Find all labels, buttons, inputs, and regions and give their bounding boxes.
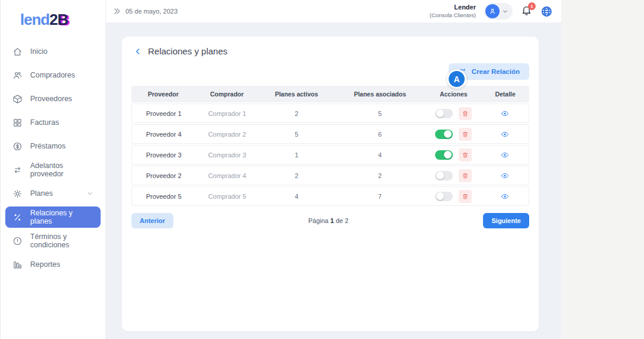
column-header-planes-asociados: Planes asociados: [334, 91, 426, 98]
sidebar-item-planes[interactable]: Planes: [5, 182, 101, 205]
user-menu[interactable]: [484, 3, 513, 20]
sidebar-item-label: Planes: [30, 189, 53, 198]
main-column: 05 de mayo, 2023 Lender (Consola Cliente…: [106, 0, 561, 339]
trash-icon: [462, 193, 469, 200]
delete-button[interactable]: [459, 107, 472, 120]
user-role: (Consola Clientes): [430, 12, 476, 19]
table-row: Proveedor 4 Comprador 2 5 6: [131, 124, 529, 144]
sidebar-item-facturas[interactable]: Facturas: [5, 111, 101, 134]
cell-planes-asociados: 5: [334, 110, 426, 117]
dollar-circle-icon: [12, 141, 22, 151]
user-group: Lender (Consola Clientes) 1: [430, 3, 553, 20]
back-button[interactable]: [134, 47, 142, 56]
sidebar-item-inicio[interactable]: Inicio: [5, 40, 101, 63]
delete-button[interactable]: [459, 169, 472, 182]
delete-button[interactable]: [459, 190, 472, 203]
active-toggle[interactable]: [435, 171, 453, 180]
logo: lendB2B: [1, 11, 105, 40]
relaciones-card: Relaciones y planes Crear Relación A Pro…: [122, 37, 539, 331]
active-toggle[interactable]: [435, 109, 453, 118]
chevrons-right-icon[interactable]: [113, 7, 121, 15]
sidebar-item-compradores[interactable]: Compradores: [5, 63, 101, 87]
table-row: Proveedor 2 Comprador 4 2 2: [131, 166, 529, 185]
chevron-left-icon: [134, 47, 142, 56]
sidebar-item-label: Reportes: [30, 260, 60, 269]
actions-row: Crear Relación: [131, 63, 529, 80]
topbar: 05 de mayo, 2023 Lender (Consola Cliente…: [106, 0, 561, 22]
delete-button[interactable]: [459, 148, 472, 162]
sidebar-item-label: Préstamos: [30, 142, 66, 150]
gear-icon: [12, 189, 22, 199]
toggle-knob: [436, 109, 444, 117]
user-name: Lender: [430, 4, 476, 12]
view-detail-button[interactable]: [501, 109, 509, 118]
info-circle-icon: [12, 236, 22, 246]
sidebar-item-reportes[interactable]: Reportes: [5, 253, 101, 276]
sidebar-item-label: Compradores: [30, 71, 75, 79]
cell-planes-asociados: 2: [334, 172, 426, 179]
notifications-button[interactable]: 1: [521, 5, 532, 18]
next-page-button[interactable]: Siguiente: [483, 213, 529, 228]
toggle-knob: [436, 192, 444, 200]
eye-icon: [501, 109, 509, 118]
toggle-knob: [444, 151, 452, 159]
active-toggle[interactable]: [435, 150, 453, 160]
globe-icon[interactable]: [540, 5, 553, 18]
chevron-down-icon: [86, 190, 94, 197]
sidebar-item-prestamos[interactable]: Préstamos: [5, 134, 101, 158]
notification-badge: 1: [528, 2, 536, 10]
cell-acciones: [426, 190, 481, 203]
cell-proveedor: Proveedor 3: [132, 151, 195, 159]
column-header-planes-activos: Planes activos: [259, 91, 334, 98]
view-detail-button[interactable]: [501, 130, 509, 138]
cell-detalle: [481, 192, 529, 201]
toggle-knob: [444, 130, 452, 138]
date-group: 05 de mayo, 2023: [113, 7, 178, 15]
table-row: Proveedor 5 Comprador 5 4 7: [131, 186, 529, 206]
cell-comprador: Comprador 1: [195, 110, 259, 117]
cell-proveedor: Proveedor 1: [132, 110, 195, 117]
trash-icon: [462, 151, 469, 159]
sidebar-item-proveedores[interactable]: Proveedores: [5, 87, 101, 111]
sidebar-item-adelantos-proveedor[interactable]: Adelantos proveedor: [5, 158, 101, 182]
cell-proveedor: Proveedor 4: [132, 131, 195, 138]
sidebar-nav: Inicio Compradores Proveedores Facturas …: [1, 40, 105, 276]
cell-detalle: [481, 109, 529, 118]
eye-icon: [501, 172, 509, 180]
current-date: 05 de mayo, 2023: [125, 8, 178, 15]
cell-comprador: Comprador 2: [195, 131, 259, 138]
users-icon: [12, 70, 22, 80]
cell-acciones: [426, 107, 481, 120]
table-header-row: Proveedor Comprador Planes activos Plane…: [131, 86, 529, 102]
view-detail-button[interactable]: [501, 151, 509, 159]
toggle-knob: [436, 172, 444, 179]
eye-icon: [501, 192, 509, 201]
eye-icon: [501, 130, 509, 138]
app-window: lendB2B Inicio Compradores Proveedores F…: [0, 0, 561, 339]
sidebar-item-relaciones-y-planes[interactable]: Relaciones y planes: [5, 206, 101, 228]
cell-planes-activos: 5: [259, 131, 334, 138]
active-toggle[interactable]: [435, 130, 453, 139]
logo-text-blue: lend: [20, 11, 49, 28]
bar-chart-icon: [12, 260, 22, 270]
trash-icon: [462, 172, 469, 179]
trash-icon: [462, 110, 469, 117]
cell-proveedor: Proveedor 2: [132, 172, 195, 179]
cell-planes-activos: 2: [259, 110, 334, 117]
view-detail-button[interactable]: [501, 172, 509, 180]
cell-comprador: Comprador 5: [195, 193, 259, 200]
grid-icon: [12, 118, 22, 128]
view-detail-button[interactable]: [501, 192, 509, 201]
cell-detalle: [481, 151, 529, 159]
sidebar: lendB2B Inicio Compradores Proveedores F…: [1, 0, 106, 339]
cell-detalle: [481, 172, 529, 180]
sidebar-item-terminos-y-condiciones[interactable]: Términos y condiciones: [5, 229, 101, 253]
trash-icon: [462, 131, 469, 138]
cell-comprador: Comprador 4: [195, 172, 259, 179]
page-indicator: Página 1 de 2: [173, 217, 484, 224]
cell-planes-asociados: 4: [334, 151, 426, 159]
delete-button[interactable]: [459, 128, 472, 141]
home-icon: [12, 47, 22, 57]
previous-page-button[interactable]: Anterior: [131, 213, 173, 228]
active-toggle[interactable]: [435, 192, 453, 201]
